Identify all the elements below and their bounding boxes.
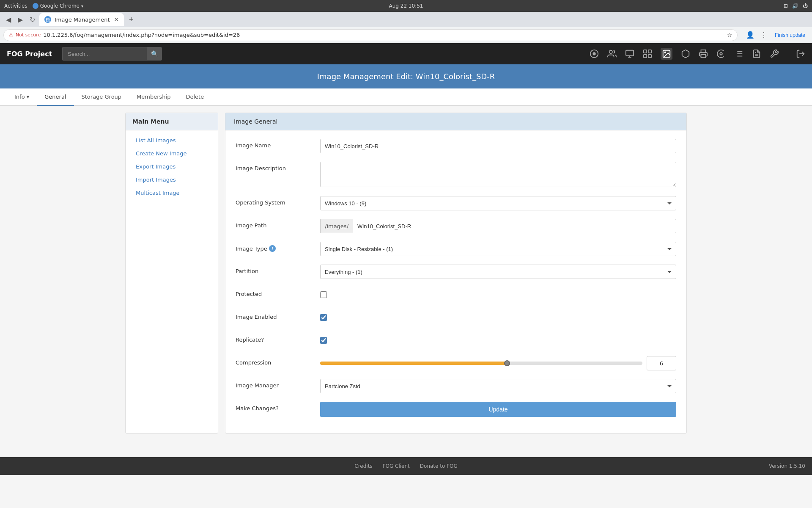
users-icon[interactable] <box>607 49 617 58</box>
reports-icon[interactable] <box>752 49 761 58</box>
tab-membership[interactable]: Membership <box>129 88 178 106</box>
url-display[interactable]: 10.1.225.6/fog/management/index.php?node… <box>43 32 724 38</box>
computers-icon[interactable] <box>625 49 634 58</box>
dashboard-icon[interactable] <box>590 49 599 58</box>
svg-rect-9 <box>648 55 651 58</box>
multicast-image-link[interactable]: Multicast Image <box>126 186 218 199</box>
image-path-input[interactable] <box>353 219 676 233</box>
profile-button[interactable]: 👤 <box>744 29 756 41</box>
chrome-titlebar: ◀ ▶ ↻ 🖼 Image Management ✕ + <box>0 12 812 27</box>
import-images-link[interactable]: Import Images <box>126 173 218 186</box>
update-button[interactable]: Update <box>320 402 676 417</box>
fog-brand: FOG Project <box>7 50 52 58</box>
fog-navbar: FOG Project 🔍 <box>0 43 812 64</box>
credits-link[interactable]: Credits <box>354 463 372 469</box>
fog-nav-icons <box>590 48 805 60</box>
tasks-icon[interactable] <box>734 49 743 58</box>
image-description-input[interactable] <box>320 162 676 187</box>
create-new-image-link[interactable]: Create New Image <box>126 147 218 160</box>
groups-icon[interactable] <box>643 49 652 58</box>
content-area: Main Menu List All Images Create New Ima… <box>118 106 694 440</box>
make-changes-label: Make Changes? <box>236 402 320 411</box>
image-enabled-checkbox[interactable] <box>320 314 327 321</box>
replicate-row: Replicate? <box>236 333 676 348</box>
search-button[interactable]: 🔍 <box>147 47 162 61</box>
image-type-info-icon[interactable]: i <box>269 245 276 252</box>
protected-control <box>320 287 676 299</box>
operating-system-select[interactable]: Windows 10 - (9) <box>320 196 676 210</box>
forward-button[interactable]: ▶ <box>15 14 25 25</box>
image-name-label: Image Name <box>236 139 320 149</box>
compression-row: Compression 6 <box>236 356 676 371</box>
list-all-images-link[interactable]: List All Images <box>126 134 218 147</box>
sidebar-links: List All Images Create New Image Export … <box>126 130 218 203</box>
reload-button[interactable]: ↻ <box>27 14 38 25</box>
protected-row: Protected <box>236 287 676 303</box>
compression-value: 6 <box>647 356 676 370</box>
svg-rect-6 <box>644 50 647 53</box>
image-path-control: /images/ <box>320 219 676 233</box>
tab-storage-group[interactable]: Storage Group <box>74 88 129 106</box>
donate-link[interactable]: Donate to FOG <box>420 463 458 469</box>
address-bar: ⚠ Not secure 10.1.225.6/fog/management/i… <box>3 29 738 41</box>
fog-client-link[interactable]: FOG Client <box>383 463 410 469</box>
svg-point-11 <box>664 52 666 53</box>
chrome-actions: 👤 ⋮ Finish update <box>744 29 809 41</box>
tab-info[interactable]: Info ▾ <box>7 88 37 106</box>
svg-point-2 <box>609 50 612 53</box>
compression-thumb[interactable] <box>504 360 510 366</box>
image-manager-select[interactable]: Partclone Zstd <box>320 379 676 393</box>
chrome-tab[interactable]: 🖼 Image Management ✕ <box>39 13 124 26</box>
images-icon[interactable] <box>661 48 672 60</box>
activities-label[interactable]: Activities <box>4 3 27 9</box>
replicate-control <box>320 333 676 345</box>
tab-close-button[interactable]: ✕ <box>114 16 119 23</box>
network-icon: ⊞ <box>784 3 788 9</box>
version-label: Version 1.5.10 <box>769 463 805 469</box>
partition-row: Partition Everything - (1) <box>236 265 676 280</box>
os-bar-left: Activities Google Chrome ▾ <box>4 3 83 9</box>
sidebar: Main Menu List All Images Create New Ima… <box>125 113 218 433</box>
new-tab-button[interactable]: + <box>126 14 137 26</box>
image-type-select[interactable]: Single Disk - Resizable - (1) <box>320 242 676 256</box>
image-path-row: Image Path /images/ <box>236 219 676 234</box>
tab-favicon: 🖼 <box>44 16 51 23</box>
printers-icon[interactable] <box>699 49 708 58</box>
image-type-control: Single Disk - Resizable - (1) <box>320 242 676 256</box>
export-images-link[interactable]: Export Images <box>126 160 218 173</box>
bookmark-icon[interactable]: ☆ <box>727 32 732 38</box>
main-panel: Image General Image Name Image Descripti… <box>225 113 687 433</box>
image-type-label: Image Type i <box>236 242 320 252</box>
not-secure-label: Not secure <box>16 32 41 38</box>
logout-icon[interactable] <box>796 49 805 58</box>
compression-control: 6 <box>320 356 676 370</box>
search-input[interactable] <box>62 47 147 61</box>
snapins-icon[interactable] <box>681 49 690 58</box>
replicate-checkbox[interactable] <box>320 337 327 344</box>
image-name-input[interactable] <box>320 139 676 153</box>
menu-button[interactable]: ⋮ <box>759 29 769 41</box>
page-title: Image Management Edit: Win10_Colorist_SD… <box>317 72 495 81</box>
image-path-group: /images/ <box>320 219 676 233</box>
services-icon[interactable] <box>716 49 726 58</box>
image-manager-control: Partclone Zstd <box>320 379 676 393</box>
partition-label: Partition <box>236 265 320 274</box>
partition-select[interactable]: Everything - (1) <box>320 265 676 279</box>
image-description-control <box>320 162 676 188</box>
back-button[interactable]: ◀ <box>3 14 14 25</box>
compression-track[interactable] <box>320 362 642 365</box>
page-footer: Credits FOG Client Donate to FOG Version… <box>0 457 812 475</box>
panel-header: Image General <box>225 113 686 130</box>
image-enabled-label: Image Enabled <box>236 310 320 320</box>
make-changes-row: Make Changes? Update <box>236 402 676 417</box>
finish-update-button[interactable]: Finish update <box>771 30 809 40</box>
os-bar-right: ⊞ 🔊 ⏻ <box>784 3 808 9</box>
image-description-row: Image Description <box>236 162 676 188</box>
protected-checkbox[interactable] <box>320 291 327 298</box>
browser-label[interactable]: Google Chrome ▾ <box>33 3 83 9</box>
tab-general[interactable]: General <box>37 88 74 106</box>
operating-system-control: Windows 10 - (9) <box>320 196 676 210</box>
tools-icon[interactable] <box>770 49 779 58</box>
page-wrapper: Image Management Edit: Win10_Colorist_SD… <box>0 64 812 475</box>
tab-delete[interactable]: Delete <box>178 88 211 106</box>
